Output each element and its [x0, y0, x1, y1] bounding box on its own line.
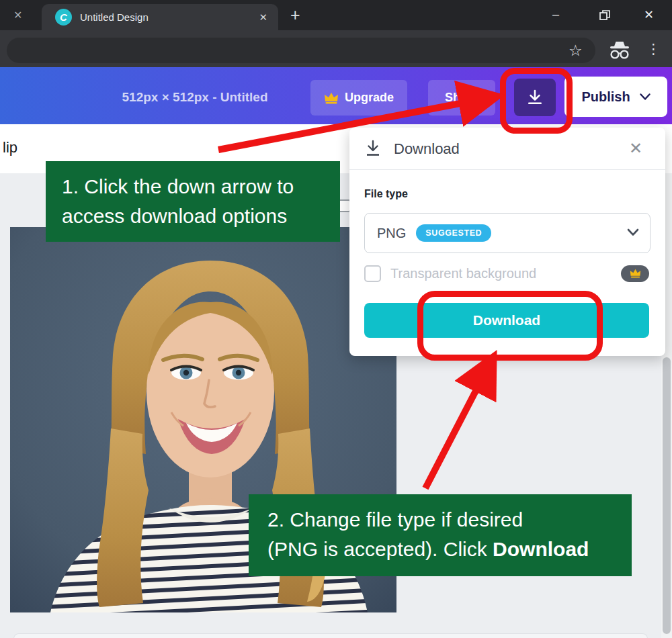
tab-title: Untitled Design	[80, 11, 259, 23]
annotation-step1: 1. Click the down arrow to access downlo…	[46, 161, 340, 242]
window-minimize-button[interactable]: –	[552, 7, 559, 21]
bookmark-star-icon[interactable]: ☆	[569, 42, 583, 60]
transparent-background-row: Transparent background	[364, 264, 649, 283]
annotation-step2-line2: (PNG is accepted). Click Download	[267, 535, 632, 564]
annotation-step1-line2: access download options	[62, 201, 340, 231]
window-close-button[interactable]: ✕	[644, 7, 654, 22]
canvas-scrollbar-thumb[interactable]	[663, 357, 671, 634]
highlight-ring-download-button	[417, 291, 603, 361]
window-restore-button[interactable]	[599, 10, 610, 24]
panel-download-icon	[365, 140, 381, 160]
crown-icon	[324, 92, 339, 104]
crown-icon	[630, 269, 641, 278]
file-type-label: File type	[364, 188, 408, 200]
share-button[interactable]: Share	[428, 80, 495, 116]
new-tab-button[interactable]: +	[290, 5, 300, 25]
highlight-ring-download-icon	[500, 68, 573, 134]
canva-favicon: C	[55, 9, 72, 26]
publish-label: Publish	[581, 89, 630, 105]
previous-tab-close-icon[interactable]: ✕	[13, 9, 22, 21]
upgrade-button[interactable]: Upgrade	[310, 80, 407, 116]
annotation-step2-bold: Download	[493, 538, 589, 560]
browser-menu-icon[interactable]: ⋮	[646, 41, 661, 57]
document-size-title: 512px × 512px - Untitled	[94, 90, 296, 105]
suggested-badge: SUGGESTED	[416, 224, 491, 242]
file-type-select[interactable]: PNG SUGGESTED	[364, 213, 650, 253]
annotation-step1-line1: 1. Click the down arrow to	[62, 172, 340, 201]
tab-close-icon[interactable]: ✕	[259, 11, 267, 24]
panel-title: Download	[394, 140, 460, 158]
annotation-step2-line1: 2. Change file type if desired	[267, 505, 632, 535]
transparent-background-checkbox[interactable]	[364, 265, 381, 282]
incognito-icon	[608, 40, 631, 63]
annotation-step2: 2. Change file type if desired (PNG is a…	[249, 494, 632, 576]
share-label: Share	[445, 91, 478, 105]
file-type-value: PNG	[377, 226, 406, 241]
chevron-down-icon	[640, 93, 650, 101]
panel-close-icon[interactable]: ✕	[629, 139, 642, 158]
panel-divider	[349, 169, 665, 170]
browser-tab[interactable]: C Untitled Design ✕	[42, 4, 278, 30]
next-page-edge	[13, 633, 648, 638]
address-bar[interactable]	[7, 38, 595, 63]
transparent-background-label: Transparent background	[390, 266, 536, 281]
flip-menu-partial-label[interactable]: lip	[3, 139, 17, 156]
upgrade-label: Upgrade	[345, 91, 394, 105]
select-chevron-down-icon	[627, 227, 639, 239]
pro-feature-badge	[621, 265, 649, 282]
publish-button[interactable]: Publish	[564, 77, 667, 117]
